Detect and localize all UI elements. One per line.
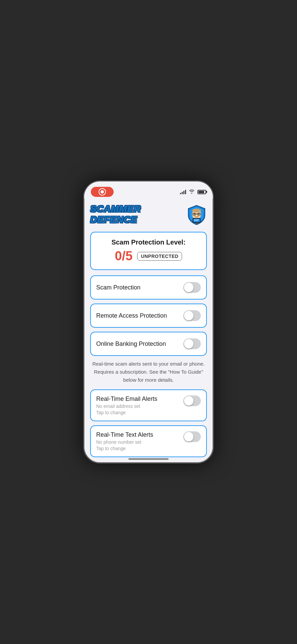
status-bar <box>84 181 213 198</box>
status-right <box>180 189 206 195</box>
svg-point-1 <box>192 209 201 212</box>
signal-icon <box>180 190 186 194</box>
remote-access-label: Remote Access Protection <box>96 312 167 319</box>
phone-frame: SCAMMER DEFENCE <box>83 180 214 464</box>
protection-score: 0/5 <box>115 249 133 263</box>
toggle-thumb <box>184 339 193 348</box>
scam-protection-toggle-card[interactable]: Scam Protection <box>90 275 207 300</box>
svg-rect-12 <box>195 223 198 224</box>
record-ring-icon <box>99 188 106 196</box>
record-button[interactable] <box>91 187 114 197</box>
remote-access-toggle-card[interactable]: Remote Access Protection <box>90 304 207 328</box>
svg-point-5 <box>194 213 195 215</box>
protection-badge: UNPROTECTED <box>137 252 182 261</box>
info-text: Real-time scam alerts sent to your email… <box>90 360 207 384</box>
text-alerts-toggle[interactable] <box>183 431 201 442</box>
email-alerts-toggle[interactable] <box>183 395 201 406</box>
toggle-thumb <box>184 311 193 320</box>
text-alerts-card[interactable]: Real-Time Text Alerts No phone number se… <box>90 425 207 457</box>
protection-score-row: 0/5 UNPROTECTED <box>96 249 201 263</box>
remote-access-toggle[interactable] <box>183 310 201 321</box>
toggle-thumb <box>184 432 193 441</box>
online-banking-toggle[interactable] <box>183 338 201 349</box>
battery-icon <box>197 190 206 194</box>
protection-level-card: Scam Protection Level: 0/5 UNPROTECTED <box>90 232 207 270</box>
app-logo-text: SCAMMER DEFENCE <box>90 204 186 225</box>
online-banking-label: Online Banking Protection <box>96 340 166 347</box>
home-indicator <box>128 458 169 460</box>
svg-rect-8 <box>193 219 200 222</box>
toggle-thumb <box>184 283 193 292</box>
mascot-icon: SCAMMER DEFENCE <box>186 204 207 225</box>
email-alerts-label: Real-Time Email Alerts <box>96 395 183 402</box>
scam-protection-toggle[interactable] <box>183 282 201 293</box>
text-alerts-label: Real-Time Text Alerts <box>96 431 183 438</box>
email-no-address: No email address set <box>96 404 183 409</box>
email-tap-to-change: Tap to change <box>96 410 183 415</box>
app-content[interactable]: SCAMMER DEFENCE <box>84 198 213 464</box>
text-no-number: No phone number set <box>96 439 183 445</box>
wifi-icon <box>189 189 195 195</box>
online-banking-toggle-card[interactable]: Online Banking Protection <box>90 332 207 356</box>
status-left <box>91 187 114 197</box>
svg-point-6 <box>198 213 199 215</box>
text-tap-to-change: Tap to change <box>96 446 183 451</box>
toggle-thumb <box>184 396 193 406</box>
protection-level-title: Scam Protection Level: <box>96 238 201 246</box>
email-alerts-label-group: Real-Time Email Alerts No email address … <box>96 395 183 415</box>
scam-protection-label: Scam Protection <box>96 284 140 291</box>
email-alerts-card[interactable]: Real-Time Email Alerts No email address … <box>90 389 207 421</box>
app-header: SCAMMER DEFENCE <box>90 204 207 225</box>
text-alerts-label-group: Real-Time Text Alerts No phone number se… <box>96 431 183 451</box>
